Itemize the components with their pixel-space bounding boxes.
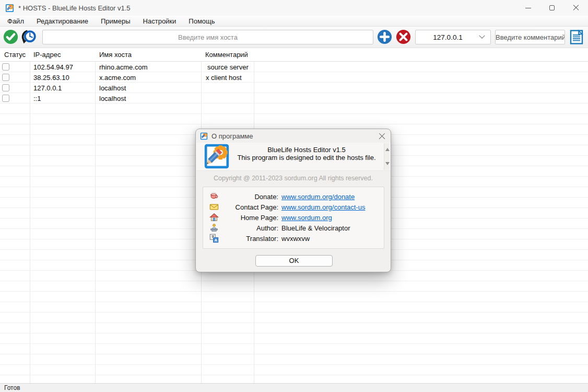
row-checkbox[interactable] bbox=[2, 63, 9, 71]
about-app-name: BlueLife Hosts Editor v1.5 bbox=[233, 146, 380, 154]
menu-settings[interactable]: Настройки bbox=[137, 16, 183, 27]
info-label: Home Page: bbox=[225, 214, 278, 222]
host-name-input[interactable] bbox=[42, 30, 373, 44]
about-text: BlueLife Hosts Editor v1.5 This program … bbox=[233, 146, 380, 162]
about-links-box: Donate: www.sordum.org/donate Contact Pa… bbox=[203, 187, 384, 249]
cell-ip: ::1 bbox=[33, 95, 41, 102]
contact-link[interactable]: www.sordum.org/contact-us bbox=[280, 203, 384, 211]
info-row-translator: A Translator: wvxwxvw bbox=[209, 233, 384, 244]
ok-button[interactable]: OK bbox=[255, 255, 333, 267]
table-row[interactable]: 127.0.0.1 localhost bbox=[0, 83, 588, 93]
chevron-down-icon bbox=[479, 33, 485, 39]
dialog-titlebar: О программе bbox=[196, 129, 391, 143]
dialog-close-button[interactable] bbox=[378, 132, 386, 140]
coffee-cup-icon bbox=[209, 192, 219, 201]
menu-help[interactable]: Помощь bbox=[182, 16, 221, 27]
status-text: Готов bbox=[4, 384, 20, 391]
close-icon bbox=[573, 5, 579, 11]
backup-clock-button[interactable] bbox=[21, 29, 37, 44]
row-checkbox[interactable] bbox=[2, 74, 9, 81]
cell-ip: 102.54.94.97 bbox=[33, 63, 73, 71]
cell-host: rhino.acme.com bbox=[99, 63, 147, 71]
row-checkbox[interactable] bbox=[2, 95, 9, 102]
column-header-comment[interactable]: Комментарий bbox=[205, 51, 248, 59]
info-label: Author: bbox=[225, 224, 278, 232]
cell-host: localhost bbox=[99, 84, 126, 92]
scroll-down-icon[interactable] bbox=[385, 162, 390, 165]
ip-address-value: 127.0.0.1 bbox=[416, 33, 480, 41]
titlebar: * HOSTS - BlueLife Hosts Editor v1.5 bbox=[0, 0, 588, 16]
window-controls bbox=[516, 0, 588, 16]
menu-edit[interactable]: Редактирование bbox=[30, 16, 95, 27]
close-button[interactable] bbox=[564, 0, 588, 16]
table-header: Статус IP-адрес Имя хоста Комментарий bbox=[0, 48, 588, 62]
maximize-icon bbox=[549, 5, 555, 10]
info-row-home: Home Page: www.sordum.org bbox=[209, 212, 384, 223]
app-logo-icon bbox=[200, 132, 208, 140]
translator-value: wvxwxvw bbox=[280, 235, 384, 243]
cell-ip: 127.0.0.1 bbox=[33, 84, 62, 92]
minimize-icon bbox=[525, 8, 531, 8]
cell-comment: x client host bbox=[206, 74, 242, 82]
about-info-area: BlueLife Hosts Editor v1.5 This program … bbox=[196, 143, 391, 171]
about-description: This program is designed to edit the hos… bbox=[233, 154, 380, 162]
maximize-button[interactable] bbox=[540, 0, 564, 16]
column-header-host[interactable]: Имя хоста bbox=[99, 51, 132, 59]
ip-address-combobox[interactable]: 127.0.0.1 bbox=[415, 30, 491, 44]
menu-file[interactable]: Файл bbox=[1, 16, 30, 27]
cell-ip: 38.25.63.10 bbox=[33, 74, 69, 82]
add-host-button[interactable] bbox=[377, 29, 392, 44]
info-label: Contact Page: bbox=[225, 203, 278, 211]
copyright-text: Copyright @ 2011-2023 sordum.org All rig… bbox=[196, 175, 391, 182]
delete-host-button[interactable] bbox=[396, 29, 411, 44]
cell-host: localhost bbox=[99, 95, 126, 102]
app-logo-icon bbox=[204, 143, 230, 169]
info-row-donate: Donate: www.sordum.org/donate bbox=[209, 191, 384, 202]
scroll-up-icon[interactable] bbox=[385, 148, 390, 151]
menubar: Файл Редактирование Примеры Настройки По… bbox=[0, 16, 588, 27]
cell-comment: source server bbox=[207, 63, 249, 71]
open-hosts-file-button[interactable] bbox=[568, 29, 585, 45]
table-row[interactable]: ::1 localhost bbox=[0, 93, 588, 103]
info-label: Donate: bbox=[225, 193, 278, 201]
menu-examples[interactable]: Примеры bbox=[95, 16, 137, 27]
info-row-contact: Contact Page: www.sordum.org/contact-us bbox=[209, 202, 384, 212]
row-checkbox[interactable] bbox=[2, 84, 9, 91]
column-header-status[interactable]: Статус bbox=[4, 51, 26, 59]
about-dialog: О программе BlueLife Hosts Edi bbox=[195, 129, 391, 272]
author-value: BlueLife & Velociraptor bbox=[280, 224, 384, 232]
app-logo-icon bbox=[5, 4, 14, 13]
dialog-title: О программе bbox=[211, 132, 253, 140]
translator-icon: A bbox=[209, 234, 219, 243]
minimize-button[interactable] bbox=[516, 0, 540, 16]
apply-check-button[interactable] bbox=[3, 29, 18, 44]
column-header-ip[interactable]: IP-адрес bbox=[33, 51, 61, 59]
homepage-link[interactable]: www.sordum.org bbox=[280, 214, 384, 222]
statusbar: Готов bbox=[0, 383, 588, 392]
author-icon bbox=[209, 223, 219, 233]
cell-host: x.acme.com bbox=[99, 74, 136, 82]
svg-text:A: A bbox=[214, 238, 217, 243]
envelope-icon bbox=[209, 202, 219, 212]
info-row-author: Author: BlueLife & Velociraptor bbox=[209, 223, 384, 233]
scrollbar[interactable] bbox=[384, 143, 390, 170]
comment-input[interactable] bbox=[495, 30, 565, 44]
donate-link[interactable]: www.sordum.org/donate bbox=[280, 193, 384, 201]
info-label: Translator: bbox=[225, 235, 278, 243]
window-title: * HOSTS - BlueLife Hosts Editor v1.5 bbox=[18, 4, 131, 12]
home-icon bbox=[209, 213, 219, 222]
table-row[interactable]: 38.25.63.10 x.acme.com x client host bbox=[0, 72, 588, 83]
table-row[interactable]: 102.54.94.97 rhino.acme.com source serve… bbox=[0, 62, 588, 72]
